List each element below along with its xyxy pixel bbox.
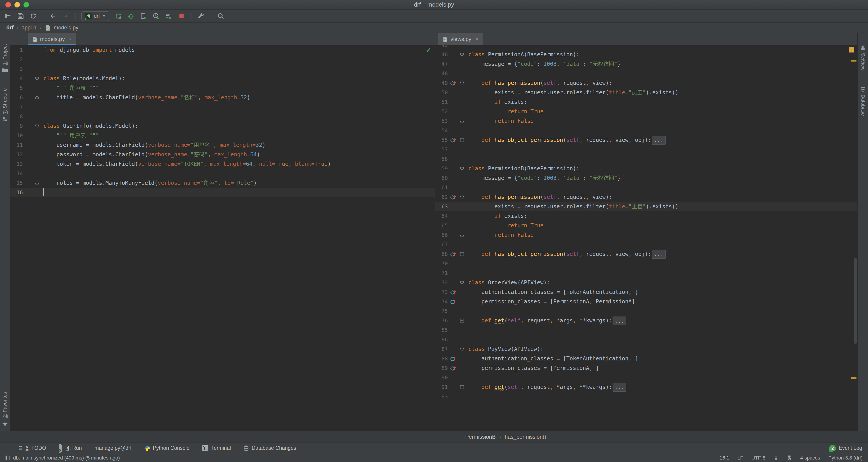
code-text[interactable] xyxy=(41,188,435,197)
fold-start-icon[interactable] xyxy=(33,121,41,131)
line-number[interactable]: 66 xyxy=(435,230,448,240)
line-number[interactable]: 75 xyxy=(435,306,448,316)
breadcrumb-package[interactable]: app01 xyxy=(22,24,37,31)
line-number[interactable]: 8 xyxy=(10,112,23,121)
code-text[interactable]: if exists: xyxy=(466,97,857,107)
code-text[interactable]: exists = request.user.roles.filter(title… xyxy=(466,88,857,97)
back-icon[interactable] xyxy=(49,12,57,20)
breadcrumb-file[interactable]: models.py xyxy=(54,24,78,31)
line-number[interactable]: 85 xyxy=(435,325,448,335)
code-text[interactable]: username = models.CharField(verbose_name… xyxy=(41,140,435,150)
line-number[interactable]: 58 xyxy=(435,154,448,164)
line-number[interactable]: 52 xyxy=(435,107,448,116)
fold-expand-icon[interactable] xyxy=(458,249,466,259)
line-number[interactable]: 47 xyxy=(435,59,448,69)
breadcrumb-project[interactable]: drf xyxy=(6,24,13,31)
db-sync-status[interactable]: db: main synchronized (409 ms) (5 minute… xyxy=(13,455,120,461)
line-number[interactable]: 88 xyxy=(435,354,448,363)
line-number[interactable]: 65 xyxy=(435,221,448,230)
line-number[interactable]: 87 xyxy=(435,344,448,354)
fold-start-icon[interactable] xyxy=(458,164,466,173)
run-configuration-select[interactable]: dj drf ▼ xyxy=(81,11,110,21)
code-text[interactable]: class PayView(APIView): xyxy=(466,344,857,354)
fold-start-icon[interactable] xyxy=(33,74,41,83)
interpreter[interactable]: Python 3.8 (drf) xyxy=(828,455,863,461)
tool-button-database-changes[interactable]: Database Changes xyxy=(243,445,296,451)
forward-icon[interactable] xyxy=(62,12,69,20)
line-number[interactable]: 1 xyxy=(10,45,23,55)
line-number[interactable]: 59 xyxy=(435,164,448,173)
code-text[interactable]: class OrderView(APIView): xyxy=(466,278,857,287)
code-text[interactable]: class PermissionA(BasePermission): xyxy=(466,50,857,59)
line-number[interactable]: 11 xyxy=(10,140,23,150)
code-text[interactable]: exists = request.user.roles.filter(title… xyxy=(466,202,857,211)
line-number[interactable]: 89 xyxy=(435,363,448,373)
line-number[interactable]: 12 xyxy=(10,150,23,159)
line-number[interactable]: 62 xyxy=(435,192,448,202)
code-text[interactable]: message = {"code": 1003, 'data': "无权访问"} xyxy=(466,59,857,69)
code-text[interactable]: def has_permission(self, request, view): xyxy=(466,78,857,88)
code-area-views[interactable]: 4546class PermissionA(BasePermission):47… xyxy=(435,45,857,431)
code-text[interactable] xyxy=(41,112,435,121)
code-text[interactable]: from django.db import models xyxy=(41,45,435,55)
code-text[interactable] xyxy=(466,392,857,401)
folded-code-placeholder[interactable]: ... xyxy=(613,383,626,392)
code-text[interactable]: authentication_classes = [TokenAuthentic… xyxy=(466,354,857,363)
line-number[interactable]: 16 xyxy=(10,188,23,197)
search-everywhere-icon[interactable] xyxy=(217,12,225,20)
fold-start-icon[interactable] xyxy=(458,50,466,59)
close-icon[interactable]: × xyxy=(69,36,72,42)
code-text[interactable]: permission_classes = [PermissionA, ] xyxy=(466,363,857,373)
line-number[interactable]: 13 xyxy=(10,159,23,169)
line-number[interactable]: 73 xyxy=(435,287,448,297)
stop-icon[interactable] xyxy=(178,12,185,20)
save-all-icon[interactable] xyxy=(17,12,24,20)
code-text[interactable] xyxy=(466,306,857,316)
folded-code-placeholder[interactable]: ... xyxy=(613,317,626,325)
code-text[interactable] xyxy=(466,325,857,335)
code-text[interactable] xyxy=(466,373,857,382)
code-text[interactable]: return True xyxy=(466,221,857,230)
code-text[interactable] xyxy=(466,335,857,344)
tool-button-todo[interactable]: 6: TODO xyxy=(17,445,46,451)
override-icon[interactable] xyxy=(448,249,458,259)
line-number[interactable]: 7 xyxy=(10,102,23,112)
tab-views-py[interactable]: views.py × xyxy=(438,33,483,45)
code-text[interactable]: class UserInfo(models.Model): xyxy=(41,121,435,131)
code-text[interactable]: return True xyxy=(466,107,857,116)
fold-end-icon[interactable] xyxy=(458,116,466,126)
line-number[interactable]: 76 xyxy=(435,316,448,325)
event-log-button[interactable]: 2 Event Log xyxy=(829,445,862,452)
fold-expand-icon[interactable] xyxy=(458,316,466,325)
line-number[interactable]: 64 xyxy=(435,211,448,221)
line-number[interactable]: 93 xyxy=(435,392,448,401)
folded-code-placeholder[interactable]: ... xyxy=(652,250,665,259)
code-text[interactable]: roles = models.ManyToManyField(verbose_n… xyxy=(41,178,435,188)
tool-button-database[interactable]: Database xyxy=(860,86,866,116)
tool-button-sciview[interactable]: SciView xyxy=(860,45,866,70)
code-text[interactable]: """ 角色表 """ xyxy=(41,83,435,93)
settings-wrench-icon[interactable] xyxy=(197,12,205,20)
run-config-label[interactable]: manage.py@drf xyxy=(94,445,131,451)
line-number[interactable]: 5 xyxy=(10,83,23,93)
line-number[interactable]: 50 xyxy=(435,88,448,97)
line-number[interactable]: 4 xyxy=(10,74,23,83)
line-number[interactable]: 60 xyxy=(435,173,448,183)
scrollbar-thumb[interactable] xyxy=(854,258,857,344)
fold-end-icon[interactable] xyxy=(458,230,466,240)
tool-button-favorites[interactable]: 2: Favorites ★ xyxy=(2,392,8,427)
indent-setting[interactable]: 4 spaces xyxy=(800,455,820,461)
line-number[interactable]: 86 xyxy=(435,335,448,344)
fold-start-icon[interactable] xyxy=(458,278,466,287)
line-number[interactable]: 67 xyxy=(435,240,448,249)
line-number[interactable]: 10 xyxy=(10,131,23,140)
breadcrumb-class[interactable]: PermissionB xyxy=(465,434,496,440)
code-text[interactable]: return False xyxy=(466,230,857,240)
fold-end-icon[interactable] xyxy=(33,178,41,188)
code-text[interactable] xyxy=(466,183,857,192)
tool-button-terminal[interactable]: ❯_ Terminal xyxy=(202,445,231,451)
fold-expand-icon[interactable] xyxy=(458,382,466,392)
tab-models-py[interactable]: models.py × xyxy=(28,33,76,45)
code-text[interactable]: if exists: xyxy=(466,211,857,221)
code-text[interactable] xyxy=(41,102,435,112)
